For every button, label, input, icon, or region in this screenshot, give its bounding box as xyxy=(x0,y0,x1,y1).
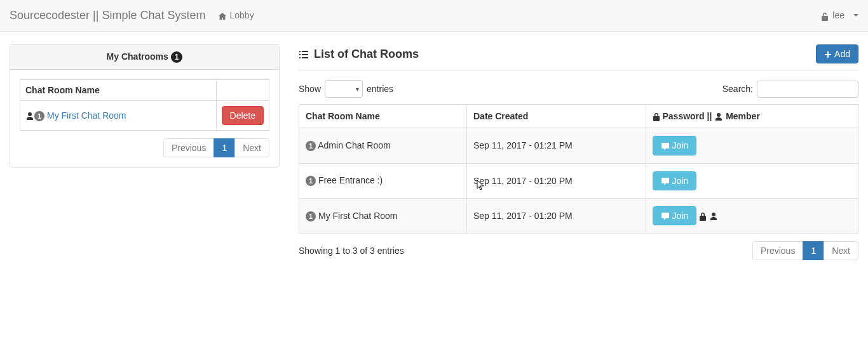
main-next-button[interactable]: Next xyxy=(824,241,858,260)
search-label: Search: xyxy=(722,84,753,94)
search-control: Search: xyxy=(722,81,858,98)
unlock-icon xyxy=(821,10,829,20)
user-icon xyxy=(709,211,718,221)
my-room-name-header: Chat Room Name xyxy=(20,80,217,101)
main-page-1[interactable]: 1 xyxy=(803,241,824,260)
entries-label: entries xyxy=(367,84,393,94)
main-prev-button[interactable]: Previous xyxy=(752,241,803,260)
add-button[interactable]: Add xyxy=(816,44,858,63)
user-icon xyxy=(25,110,34,121)
col-action-header[interactable]: Password || Member xyxy=(646,105,858,128)
room-date: Sep 11, 2017 - 01:20 PM xyxy=(467,163,646,198)
member-count-badge: 1 xyxy=(34,111,44,121)
table-row: 1 My First Chat RoomSep 11, 2017 - 01:20… xyxy=(299,198,858,233)
lock-icon xyxy=(653,111,660,121)
room-name: Free Entrance :) xyxy=(318,175,383,185)
member-count-badge: 1 xyxy=(306,141,316,151)
join-label: Join xyxy=(672,176,689,186)
add-button-label: Add xyxy=(834,49,850,59)
caret-down-icon xyxy=(853,14,858,16)
nav-lobby-label: Lobby xyxy=(229,10,254,20)
col-date-header[interactable]: Date Created xyxy=(467,105,646,128)
my-chatrooms-panel: My Chatrooms 1 Chat Room Name 1 xyxy=(10,44,280,168)
brand-link[interactable]: Sourcecodester || Simple Chat System xyxy=(10,9,205,22)
room-name: Admin Chat Room xyxy=(318,140,390,150)
my-chatrooms-header: My Chatrooms 1 xyxy=(10,45,279,70)
list-icon xyxy=(299,48,309,61)
sidebar-next-button[interactable]: Next xyxy=(234,138,269,157)
join-label: Join xyxy=(672,140,689,150)
lock-icon xyxy=(699,211,707,221)
member-count-badge: 1 xyxy=(306,211,316,221)
plus-icon xyxy=(824,49,832,59)
join-button[interactable]: Join xyxy=(653,136,697,155)
comment-icon xyxy=(661,140,670,150)
navbar: Sourcecodester || Simple Chat System Lob… xyxy=(0,0,868,32)
room-name: My First Chat Room xyxy=(318,211,397,221)
my-chatrooms-title: My Chatrooms xyxy=(107,51,168,62)
col-pw-label: Password || xyxy=(662,111,712,121)
page-title: List of Chat Rooms xyxy=(299,48,419,61)
room-date: Sep 11, 2017 - 01:20 PM xyxy=(467,198,646,233)
user-menu[interactable]: lee xyxy=(821,10,858,20)
show-label: Show xyxy=(299,84,321,94)
my-chatrooms-table: Chat Room Name 1 My First Chat Room Dele… xyxy=(20,79,269,131)
delete-button[interactable]: Delete xyxy=(222,106,264,125)
user-icon xyxy=(714,111,723,121)
room-date: Sep 11, 2017 - 01:21 PM xyxy=(467,128,646,163)
entries-select[interactable] xyxy=(325,80,363,98)
main-pagination: Previous 1 Next xyxy=(753,241,858,260)
comment-icon xyxy=(661,176,670,186)
table-info: Showing 1 to 3 of 3 entries xyxy=(299,246,404,256)
sidebar-prev-button[interactable]: Previous xyxy=(163,138,214,157)
table-row: 1 My First Chat Room Delete xyxy=(20,101,269,131)
member-count-badge: 1 xyxy=(306,176,316,186)
comment-icon xyxy=(661,211,670,221)
my-chatrooms-count-badge: 1 xyxy=(171,51,183,63)
entries-length: Show entries xyxy=(299,80,393,98)
home-icon xyxy=(218,10,227,20)
join-button[interactable]: Join xyxy=(653,206,697,225)
my-room-action-header xyxy=(216,80,269,101)
col-name-header[interactable]: Chat Room Name xyxy=(299,105,467,128)
sidebar-pagination: Previous 1 Next xyxy=(20,138,269,157)
my-room-link[interactable]: My First Chat Room xyxy=(47,110,126,121)
table-row: 1 Admin Chat RoomSep 11, 2017 - 01:21 PM… xyxy=(299,128,858,163)
col-member-label: Member xyxy=(726,111,760,121)
nav-lobby-link[interactable]: Lobby xyxy=(218,10,254,20)
join-button[interactable]: Join xyxy=(653,171,697,190)
search-input[interactable] xyxy=(757,81,858,98)
page-title-text: List of Chat Rooms xyxy=(314,48,419,61)
username-label: lee xyxy=(832,10,844,20)
chatrooms-table: Chat Room Name Date Created Password || … xyxy=(299,104,858,234)
table-row: 1 Free Entrance :)Sep 11, 2017 - 01:20 P… xyxy=(299,163,858,198)
sidebar-page-1[interactable]: 1 xyxy=(214,138,235,157)
join-label: Join xyxy=(672,211,689,221)
